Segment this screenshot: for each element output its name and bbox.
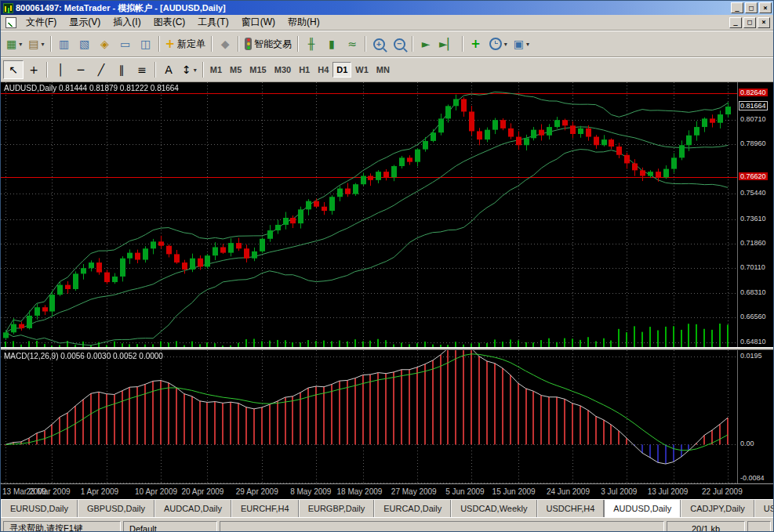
new-order-icon: +: [165, 38, 176, 50]
mdi-minimize-button[interactable]: _: [729, 17, 742, 28]
arrow-objects-button[interactable]: ↕▾: [179, 60, 200, 79]
menu-item-6[interactable]: 帮助(H): [282, 14, 326, 31]
toolbar-separator: [297, 36, 299, 52]
periods-button[interactable]: ▾: [486, 34, 511, 53]
new-order-button[interactable]: +新定单: [162, 34, 209, 53]
candlestick-chart-button[interactable]: ▮: [322, 34, 342, 53]
profiles-button[interactable]: ▤▾: [25, 34, 47, 53]
menu-item-5[interactable]: 窗口(W): [235, 14, 282, 31]
timeframe-m1[interactable]: M1: [206, 62, 226, 78]
zoom-in-button[interactable]: +: [369, 34, 389, 53]
menu-item-4[interactable]: 工具(T): [191, 14, 234, 31]
terminal-button[interactable]: ▭: [115, 34, 136, 53]
fibonacci-retracement-button[interactable]: ≡: [132, 60, 152, 79]
data-window-icon: ▧: [79, 38, 89, 50]
bar-chart-button[interactable]: ╫: [301, 34, 322, 53]
mdi-restore-button[interactable]: □: [743, 17, 756, 28]
horizontal-line-button[interactable]: ─: [71, 60, 91, 79]
timeframe-m5[interactable]: M5: [226, 62, 245, 78]
timeframe-w1[interactable]: W1: [351, 62, 372, 78]
price-label: 0.71860: [740, 239, 766, 247]
tab-audcad-daily[interactable]: AUDCAD,Daily: [154, 500, 231, 517]
status-profile[interactable]: Default: [123, 521, 217, 532]
fibonacci-retracement-icon: ≡: [137, 64, 147, 76]
crosshair-icon: +: [29, 64, 38, 76]
profiles-icon: ▤: [28, 38, 38, 50]
main-chart-canvas[interactable]: [1, 82, 737, 347]
chart-window-icon[interactable]: [5, 17, 16, 28]
zoom-out-button[interactable]: −: [389, 34, 409, 53]
auto-scroll-icon: ►: [422, 38, 431, 50]
timeframe-mn[interactable]: MN: [372, 62, 394, 78]
macd-pane: MACD(12,26,9) 0.0056 0.0030 0.0052 0.000…: [1, 350, 737, 483]
navigator-button[interactable]: ◈: [95, 34, 115, 53]
menu-item-1[interactable]: 显示(V): [63, 14, 107, 31]
equidistant-channel-button[interactable]: ∥: [111, 60, 132, 79]
expert-advisors-icon: [245, 38, 252, 50]
mdi-close-button[interactable]: ×: [758, 17, 770, 28]
vertical-line-icon: │: [57, 64, 64, 76]
menu-item-0[interactable]: 文件(F): [20, 14, 63, 31]
restore-button[interactable]: □: [745, 2, 758, 13]
menu-item-2[interactable]: 插入(I): [107, 14, 147, 31]
tab-eurchf-h4[interactable]: EURCHF,H4: [231, 500, 299, 517]
macd-value-label: 0.0195: [740, 352, 762, 360]
line-chart-button[interactable]: ≈: [342, 34, 362, 53]
tab-usdcad-weekly[interactable]: USDCAD,Weekly: [451, 500, 536, 517]
strategy-tester-button[interactable]: ◫: [136, 34, 156, 53]
date-label: 3 Jul 2009: [601, 487, 637, 496]
templates-button[interactable]: ▣▾: [511, 34, 532, 53]
tab-usdchf-h4[interactable]: USDCHF,H4: [537, 500, 605, 517]
equidistant-channel-icon: ∥: [119, 64, 125, 76]
chart-shift-button[interactable]: ►▏: [436, 34, 460, 53]
date-label: 15 Jun 2009: [492, 487, 536, 496]
timeframe-m30[interactable]: M30: [271, 62, 295, 78]
tab-gbpusd-daily[interactable]: GBPUSD,Daily: [78, 500, 154, 517]
text-label-button[interactable]: A: [158, 60, 179, 79]
tab-usdjpy-daily[interactable]: USDJPY,Daily: [754, 500, 773, 517]
indicators-button[interactable]: +: [466, 34, 486, 53]
date-axis[interactable]: 13 Mar 200923 Mar 20091 Apr 200910 Apr 2…: [1, 483, 773, 499]
timeframe-m15[interactable]: M15: [245, 62, 270, 78]
cursor-button[interactable]: ↖: [3, 60, 24, 79]
new-chart-button[interactable]: ▦▾: [3, 34, 25, 53]
macd-scale[interactable]: 0.01950.00-0.0084: [737, 350, 773, 483]
date-label: 18 May 2009: [337, 487, 383, 496]
macd-chart-canvas[interactable]: [1, 350, 737, 483]
tab-eurgbp-daily[interactable]: EURGBP,Daily: [299, 500, 375, 517]
chart-tab-bar: EURUSD,DailyGBPUSD,DailyAUDCAD,DailyEURC…: [1, 499, 773, 517]
timeframe-h4[interactable]: H4: [314, 62, 332, 78]
tab-cadjpy-daily[interactable]: CADJPY,Daily: [681, 500, 754, 517]
tab-eurcad-daily[interactable]: EURCAD,Daily: [374, 500, 451, 517]
market-watch-button[interactable]: ▥: [54, 34, 74, 53]
price-label: 0.78960: [740, 139, 766, 147]
menu-item-3[interactable]: 图表(C): [147, 14, 192, 31]
tab-eurusd-daily[interactable]: EURUSD,Daily: [1, 500, 78, 517]
close-button[interactable]: ×: [759, 2, 772, 13]
crosshair-button[interactable]: +: [24, 60, 44, 79]
timeframe-h1[interactable]: H1: [295, 62, 314, 78]
macd-header: MACD(12,26,9) 0.0056 0.0030 0.0052 0.000…: [4, 352, 163, 360]
zoom-out-icon: −: [394, 38, 405, 50]
minimize-button[interactable]: _: [731, 2, 743, 13]
toolbar-separator: [50, 36, 52, 52]
chevron-down-icon: ▾: [41, 41, 44, 48]
data-window-button[interactable]: ▧: [74, 34, 95, 53]
market-watch-icon: ▥: [59, 38, 69, 50]
periods-icon: [489, 38, 502, 50]
title-bar[interactable]: 800061497: MetaTrader - 模拟帐户 - [AUDUSD,D…: [1, 1, 773, 15]
drawing-tools: ↖+│─╱∥≡A↕▾: [3, 60, 206, 79]
trendline-button[interactable]: ╱: [91, 60, 111, 79]
expert-advisors-button[interactable]: 智能交易: [242, 34, 295, 53]
date-label: 20 Apr 2009: [181, 487, 223, 496]
toolbar-separator: [238, 36, 239, 52]
date-label: 22 Jul 2009: [702, 487, 743, 496]
tab-audusd-daily[interactable]: AUDUSD,Daily: [604, 500, 681, 517]
auto-scroll-button[interactable]: ►: [416, 34, 436, 53]
timeframe-d1[interactable]: D1: [332, 62, 351, 78]
vertical-line-button[interactable]: │: [50, 60, 71, 79]
price-scale[interactable]: 0.807100.789600.754400.736100.718600.701…: [737, 82, 773, 347]
metaeditor-button[interactable]: ◆: [215, 34, 235, 53]
app-icon: [3, 3, 13, 13]
date-label: 10 Apr 2009: [135, 487, 177, 496]
